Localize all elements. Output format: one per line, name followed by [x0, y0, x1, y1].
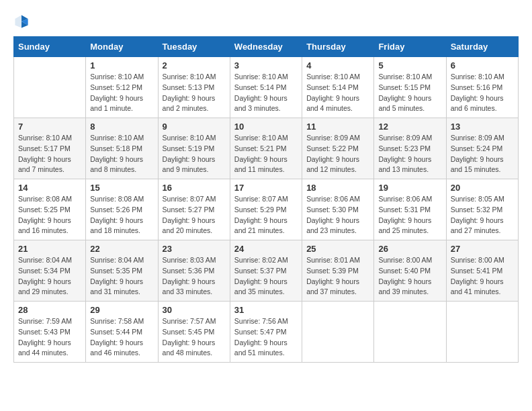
day-number: 25	[306, 244, 369, 254]
sunrise-text: Sunrise: 8:10 AM	[163, 73, 216, 81]
daylight-text: Daylight: 9 hours and 33 minutes.	[163, 277, 216, 296]
calendar-cell: 1 Sunrise: 8:10 AM Sunset: 5:12 PM Dayli…	[86, 57, 158, 118]
weekday-header: Friday	[374, 37, 446, 57]
sunset-text: Sunset: 5:34 PM	[18, 267, 71, 275]
weekday-header: Sunday	[14, 37, 86, 57]
day-number: 17	[234, 183, 298, 193]
daylight-text: Daylight: 9 hours and 27 minutes.	[451, 216, 504, 235]
calendar-cell: 13 Sunrise: 8:09 AM Sunset: 5:24 PM Dayl…	[446, 118, 518, 179]
daylight-text: Daylight: 9 hours and 1 minute.	[90, 94, 143, 113]
day-number: 19	[378, 183, 441, 193]
day-number: 5	[378, 60, 441, 71]
sunrise-text: Sunrise: 8:09 AM	[378, 134, 432, 142]
calendar-cell: 9 Sunrise: 8:10 AM Sunset: 5:19 PM Dayli…	[158, 118, 230, 179]
sunset-text: Sunset: 5:25 PM	[18, 205, 71, 214]
sunrise-text: Sunrise: 8:01 AM	[306, 256, 360, 264]
sunset-text: Sunset: 5:17 PM	[18, 144, 71, 152]
sunset-text: Sunset: 5:21 PM	[234, 144, 287, 152]
sunrise-text: Sunrise: 8:03 AM	[163, 256, 216, 264]
sunset-text: Sunset: 5:45 PM	[163, 328, 215, 336]
sunset-text: Sunset: 5:47 PM	[234, 328, 287, 336]
daylight-text: Daylight: 9 hours and 21 minutes.	[234, 216, 287, 235]
calendar-cell: 5 Sunrise: 8:10 AM Sunset: 5:15 PM Dayli…	[374, 57, 446, 118]
day-number: 7	[18, 122, 81, 132]
calendar-cell: 10 Sunrise: 8:10 AM Sunset: 5:21 PM Dayl…	[230, 118, 302, 179]
daylight-text: Daylight: 9 hours and 25 minutes.	[378, 216, 431, 235]
weekday-header: Saturday	[446, 37, 518, 57]
daylight-text: Daylight: 9 hours and 3 minutes.	[234, 94, 287, 113]
logo	[13, 13, 32, 30]
sunrise-text: Sunrise: 8:04 AM	[90, 256, 144, 264]
sunrise-text: Sunrise: 8:10 AM	[90, 73, 144, 81]
sunset-text: Sunset: 5:39 PM	[306, 267, 359, 275]
sunrise-text: Sunrise: 8:05 AM	[451, 195, 504, 203]
calendar-cell: 16 Sunrise: 8:07 AM Sunset: 5:27 PM Dayl…	[158, 179, 230, 240]
calendar-cell: 24 Sunrise: 8:02 AM Sunset: 5:37 PM Dayl…	[230, 240, 302, 302]
day-number: 2	[163, 60, 226, 71]
calendar-header: SundayMondayTuesdayWednesdayThursdayFrid…	[14, 37, 519, 57]
calendar-cell: 22 Sunrise: 8:04 AM Sunset: 5:35 PM Dayl…	[86, 240, 158, 302]
sunset-text: Sunset: 5:32 PM	[451, 205, 503, 214]
daylight-text: Daylight: 9 hours and 31 minutes.	[90, 277, 143, 296]
sunset-text: Sunset: 5:43 PM	[18, 328, 71, 336]
sunset-text: Sunset: 5:16 PM	[451, 83, 503, 91]
sunrise-text: Sunrise: 8:10 AM	[234, 73, 288, 81]
calendar-cell: 3 Sunrise: 8:10 AM Sunset: 5:14 PM Dayli…	[230, 57, 302, 118]
day-number: 1	[90, 60, 153, 71]
sunrise-text: Sunrise: 8:07 AM	[234, 195, 288, 203]
sunrise-text: Sunrise: 7:58 AM	[90, 317, 144, 325]
sunrise-text: Sunrise: 8:10 AM	[90, 134, 144, 142]
daylight-text: Daylight: 9 hours and 11 minutes.	[234, 155, 287, 174]
calendar-cell: 15 Sunrise: 8:08 AM Sunset: 5:26 PM Dayl…	[86, 179, 158, 240]
daylight-text: Daylight: 9 hours and 5 minutes.	[378, 94, 431, 113]
calendar-body: 1 Sunrise: 8:10 AM Sunset: 5:12 PM Dayli…	[14, 57, 519, 363]
calendar-cell: 7 Sunrise: 8:10 AM Sunset: 5:17 PM Dayli…	[14, 118, 86, 179]
day-number: 14	[18, 183, 81, 193]
daylight-text: Daylight: 9 hours and 13 minutes.	[378, 155, 431, 174]
calendar-week-row: 7 Sunrise: 8:10 AM Sunset: 5:17 PM Dayli…	[14, 118, 519, 179]
sunrise-text: Sunrise: 8:06 AM	[378, 195, 432, 203]
logo-icon	[13, 13, 30, 30]
daylight-text: Daylight: 9 hours and 46 minutes.	[90, 338, 143, 357]
calendar-cell	[14, 57, 86, 118]
daylight-text: Daylight: 9 hours and 41 minutes.	[451, 277, 504, 296]
sunrise-text: Sunrise: 7:56 AM	[234, 317, 288, 325]
calendar-week-row: 21 Sunrise: 8:04 AM Sunset: 5:34 PM Dayl…	[14, 240, 519, 302]
sunrise-text: Sunrise: 8:07 AM	[163, 195, 216, 203]
daylight-text: Daylight: 9 hours and 4 minutes.	[306, 94, 359, 113]
sunset-text: Sunset: 5:18 PM	[90, 144, 142, 152]
day-number: 24	[234, 244, 298, 254]
day-number: 21	[18, 244, 81, 254]
daylight-text: Daylight: 9 hours and 7 minutes.	[18, 155, 71, 174]
day-number: 10	[234, 122, 298, 132]
day-number: 16	[163, 183, 226, 193]
sunset-text: Sunset: 5:24 PM	[451, 144, 503, 152]
daylight-text: Daylight: 9 hours and 23 minutes.	[306, 216, 359, 235]
calendar-cell: 28 Sunrise: 7:59 AM Sunset: 5:43 PM Dayl…	[14, 302, 86, 363]
daylight-text: Daylight: 9 hours and 51 minutes.	[234, 338, 287, 357]
sunrise-text: Sunrise: 8:10 AM	[451, 73, 504, 81]
weekday-header: Monday	[86, 37, 158, 57]
daylight-text: Daylight: 9 hours and 20 minutes.	[163, 216, 216, 235]
calendar-cell: 21 Sunrise: 8:04 AM Sunset: 5:34 PM Dayl…	[14, 240, 86, 302]
day-number: 9	[163, 122, 226, 132]
sunset-text: Sunset: 5:37 PM	[234, 267, 287, 275]
sunrise-text: Sunrise: 8:09 AM	[306, 134, 360, 142]
sunrise-text: Sunrise: 8:10 AM	[306, 73, 360, 81]
calendar-cell: 17 Sunrise: 8:07 AM Sunset: 5:29 PM Dayl…	[230, 179, 302, 240]
day-number: 22	[90, 244, 153, 254]
weekday-header: Tuesday	[158, 37, 230, 57]
daylight-text: Daylight: 9 hours and 16 minutes.	[18, 216, 71, 235]
day-number: 20	[451, 183, 514, 193]
calendar-cell: 6 Sunrise: 8:10 AM Sunset: 5:16 PM Dayli…	[446, 57, 518, 118]
daylight-text: Daylight: 9 hours and 37 minutes.	[306, 277, 359, 296]
weekday-header: Thursday	[302, 37, 374, 57]
calendar-cell: 11 Sunrise: 8:09 AM Sunset: 5:22 PM Dayl…	[302, 118, 374, 179]
daylight-text: Daylight: 9 hours and 39 minutes.	[378, 277, 431, 296]
sunset-text: Sunset: 5:29 PM	[234, 205, 287, 214]
daylight-text: Daylight: 9 hours and 15 minutes.	[451, 155, 504, 174]
daylight-text: Daylight: 9 hours and 9 minutes.	[163, 155, 216, 174]
day-number: 4	[306, 60, 369, 71]
daylight-text: Daylight: 9 hours and 8 minutes.	[90, 155, 143, 174]
day-number: 6	[451, 60, 514, 71]
